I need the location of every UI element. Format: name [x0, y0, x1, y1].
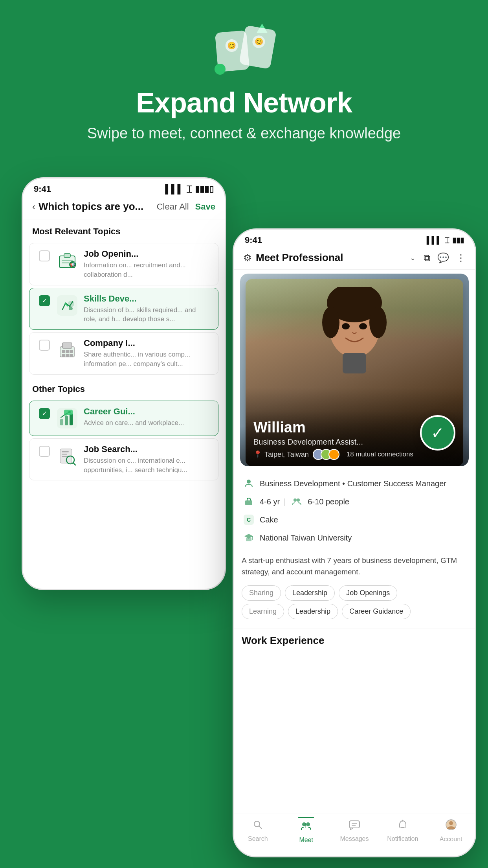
topic-item-company[interactable]: Company I... Share authentic... in vario…	[29, 332, 218, 375]
swipe-confirm-button[interactable]: ✓	[420, 415, 455, 451]
briefcase-icon	[242, 495, 256, 509]
topic-desc-skills-dev: Discussion of b... skills required... an…	[84, 305, 209, 324]
svg-point-45	[297, 498, 300, 502]
tab-search[interactable]: Search	[234, 819, 282, 842]
back-phone-status-icons: ▌▌▌ ⌶ ▮▮▮▯	[165, 184, 214, 194]
clear-all-button[interactable]: Clear All	[157, 202, 189, 212]
experience-years-text: 4-6 yr	[260, 497, 280, 506]
chevron-down-icon[interactable]: ⌄	[410, 254, 416, 262]
william-location: 📍 Taipei, Taiwan 18 mutual connections	[253, 449, 455, 460]
mutual-avatars	[313, 449, 339, 460]
save-button[interactable]: Save	[195, 202, 215, 212]
svg-rect-31	[62, 454, 67, 455]
william-profile-card[interactable]: William Business Development Assist... 📍…	[246, 279, 463, 466]
front-battery-icon: ▮▮▮	[452, 236, 464, 245]
detail-experience-row: 4-6 yr | 6-10 people	[242, 495, 467, 509]
svg-point-38	[369, 307, 387, 338]
tab-meet[interactable]: Meet	[282, 818, 330, 844]
profile-bio: A start-up enthusiast with 7 years of bu…	[234, 555, 475, 582]
detail-separator-1: |	[284, 497, 286, 506]
svg-rect-7	[64, 254, 70, 257]
topic-icon-skills-dev	[55, 294, 79, 317]
topic-desc-career-guid: Advice on care... and workplace...	[84, 418, 209, 428]
detail-university-row: National Taiwan University	[242, 531, 467, 545]
app-logo: 😊 😊	[213, 24, 275, 79]
svg-rect-26	[70, 414, 73, 425]
mutual-connections-count: 18 mutual connections	[347, 451, 413, 458]
tag-leadership-2[interactable]: Leadership	[288, 604, 338, 619]
logo-dot-icon	[215, 64, 226, 75]
svg-point-13	[68, 301, 74, 307]
filter-icon[interactable]: ⚙	[243, 252, 252, 263]
svg-rect-30	[62, 451, 69, 452]
svg-point-44	[294, 498, 297, 502]
back-button[interactable]: ‹	[32, 201, 35, 212]
meet-professional-title[interactable]: Meet Professional	[256, 252, 410, 264]
svg-point-52	[306, 822, 310, 826]
svg-rect-21	[66, 354, 69, 357]
topic-text-skills-dev: Skills Deve... Discussion of b... skills…	[84, 294, 209, 324]
svg-rect-16	[62, 343, 72, 348]
topic-text-company: Company I... Share authentic... in vario…	[84, 338, 209, 369]
svg-point-42	[247, 480, 251, 484]
topic-checkbox-skills-dev[interactable]: ✓	[39, 295, 50, 306]
back-phone-header: ‹ Which topics are yo... Clear All Save	[23, 197, 225, 219]
topic-name-skills-dev: Skills Deve...	[84, 294, 209, 304]
tab-account[interactable]: Account	[427, 819, 475, 843]
front-phone: 9:41 ▌▌▌ ⌶ ▮▮▮ ⚙ Meet Professional ⌄ ⧉ 💬…	[233, 228, 476, 857]
topic-desc-job-search: Discussion on c... international e... op…	[84, 456, 209, 475]
detail-company-row: C Cake	[242, 513, 467, 527]
tag-career-guidance[interactable]: Career Guidance	[342, 604, 411, 619]
topic-checkbox-job-search[interactable]	[39, 446, 50, 457]
topic-desc-job-opening: Information on... recruitment and... col…	[84, 261, 209, 280]
topic-name-career-guid: Career Gui...	[84, 406, 209, 417]
svg-line-50	[259, 826, 262, 829]
messages-tab-label: Messages	[340, 835, 369, 842]
svg-rect-22	[70, 354, 73, 357]
svg-text:😊: 😊	[227, 41, 237, 50]
topic-item-job-opening[interactable]: 📢 Job Openin... Information on... recrui…	[29, 243, 218, 285]
front-phone-notch	[319, 230, 390, 245]
wifi-icon: ⌶	[187, 184, 192, 194]
roles-text: Business Development • Customer Success …	[260, 479, 446, 488]
team-size-text: 6-10 people	[308, 497, 349, 506]
tags-section: Sharing Leadership Job Openings Learning…	[234, 582, 475, 629]
more-icon[interactable]: ⋮	[456, 252, 466, 263]
mutual-avatar-3	[328, 449, 339, 460]
account-tab-label: Account	[440, 836, 462, 843]
svg-rect-54	[349, 821, 360, 828]
topic-icon-job-opening: 📢	[55, 249, 79, 272]
cards-icon[interactable]: ⧉	[424, 252, 430, 263]
topic-text-career-guid: Career Gui... Advice on care... and work…	[84, 406, 209, 428]
topic-checkbox-company[interactable]	[39, 340, 50, 351]
messages-tab-icon	[349, 819, 360, 833]
back-phone-time: 9:41	[34, 184, 51, 194]
person-icon	[242, 476, 256, 491]
svg-rect-28	[64, 410, 73, 415]
topic-item-skills-dev[interactable]: ✓ Skills Deve... Discussion of b... skil…	[29, 288, 218, 330]
topic-checkbox-job-opening[interactable]	[39, 250, 50, 261]
header-title: Expand Network	[0, 86, 488, 119]
tag-prefix-sharing: Sharing	[242, 585, 281, 601]
svg-point-37	[322, 307, 339, 338]
meet-tab-icon	[300, 820, 312, 834]
tab-notification[interactable]: Notification	[378, 819, 427, 842]
tab-messages[interactable]: Messages	[330, 819, 379, 842]
chat-icon[interactable]: 💬	[437, 252, 449, 263]
topic-item-career-guid[interactable]: ✓ Career Gui... Advice on care... and wo…	[29, 401, 218, 436]
topic-text-job-search: Job Search... Discussion on c... interna…	[84, 444, 209, 475]
profile-card[interactable]: Chris... Custo... Manager 📍 Ta...	[240, 274, 469, 466]
location-pin-icon: 📍	[253, 450, 262, 459]
location-text: Taipei, Taiwan	[264, 451, 309, 459]
svg-rect-47	[246, 538, 251, 541]
profile-details-section: Business Development • Customer Success …	[234, 470, 475, 555]
team-icon	[290, 495, 304, 509]
tag-job-openings[interactable]: Job Openings	[339, 585, 397, 601]
topic-checkbox-career-guid[interactable]: ✓	[39, 408, 50, 419]
logo-container: 😊 😊	[0, 24, 488, 79]
svg-marker-46	[244, 534, 253, 539]
topic-item-job-search[interactable]: Job Search... Discussion on c... interna…	[29, 438, 218, 481]
tag-leadership-1[interactable]: Leadership	[285, 585, 335, 601]
front-wifi-icon: ⌶	[445, 236, 449, 245]
notification-tab-label: Notification	[387, 835, 418, 842]
